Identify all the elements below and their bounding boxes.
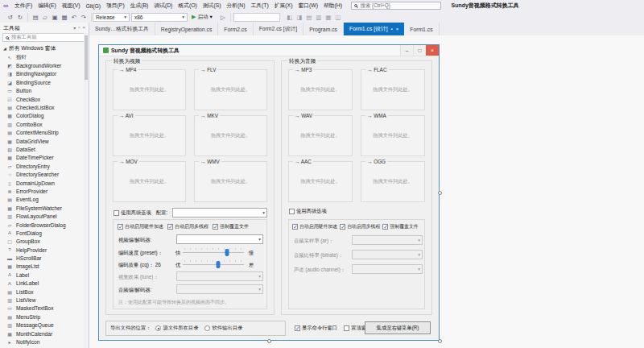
drop-zone[interactable]: → AAC 拖拽文件到此处。 [288,161,353,202]
menu-item[interactable]: 生成(B) [127,2,151,10]
menu-item[interactable]: 文件(F) [11,2,35,10]
toolbox-item[interactable]: ▤ ListBox [0,288,84,296]
save-all-icon[interactable]: ▦ [60,13,68,22]
toolbox-section-all-windows-forms[interactable]: ◢ 所有 Windows 窗体 [0,44,89,52]
menu-item[interactable]: 窗口(W) [295,2,321,10]
save-icon[interactable]: ▣ [51,13,59,22]
close-icon[interactable]: × [82,25,85,31]
document-tab[interactable]: Form1.cs [设计] ▪ × [344,23,404,35]
toolbox-item[interactable]: ▦ DateTimePicker [0,154,84,162]
toolbox-item[interactable]: A LinkLabel [0,280,84,288]
resize-handle-bottom-center[interactable] [267,339,271,343]
toolbox-item[interactable]: ▯ DomainUpDown [0,179,84,187]
slider-thumb[interactable] [225,249,229,256]
layout-grid-icon[interactable]: ◫ [334,13,342,22]
toolbox-item[interactable]: ▧ DataSet [0,145,84,153]
video-codec-combobox[interactable] [176,234,263,244]
menu-item[interactable]: 分析(N) [224,2,248,10]
menu-item[interactable]: 帮助(H) [320,2,345,10]
document-tab[interactable]: Form2.cs [设计] ▪ × [254,23,304,35]
use-advanced-options-checkbox[interactable]: 使用高级选项 [114,209,151,217]
config-combobox[interactable] [172,208,267,218]
audio-codec-combobox[interactable] [176,284,263,294]
export-location-radio[interactable]: 软件输出目录 [204,325,242,332]
close-icon[interactable]: × [396,27,399,31]
align-centers-icon[interactable]: ▥ [315,13,323,22]
document-tab[interactable]: Form1.cs ▪ × [404,23,439,35]
solution-platforms-dropdown[interactable]: x86 ▾ [131,13,188,22]
toolbox-item[interactable]: ▥ ListView [0,296,84,304]
drop-zone[interactable]: → MOV 拖拽文件到此处。 [113,161,186,202]
document-tab[interactable]: Sundy…格式转换工具 ▪ × [89,23,155,35]
toolbox-item[interactable]: A Label [0,271,84,279]
menu-item[interactable]: 项目(P) [104,2,128,10]
maximize-button[interactable]: □ [413,45,426,56]
solution-configurations-dropdown[interactable]: Release ▾ [93,13,130,22]
menu-item[interactable]: Git(G) [83,3,104,9]
toolbox-item[interactable]: ◨ BindingNavigator [0,70,84,78]
toolbox-item[interactable]: ○ DirectorySearcher [0,170,84,178]
preset-slider[interactable] [183,248,244,255]
menu-item[interactable]: 视图(V) [59,2,83,10]
toolbox-item[interactable]: ▤ EventLog [0,196,84,204]
menu-item[interactable]: 编辑(E) [35,2,60,10]
toolbox-item[interactable]: ▤ MenuStrip [0,313,84,321]
close-button[interactable]: × [426,45,439,56]
nav-forward-icon[interactable]: ↻ [16,13,24,22]
scrollbar-thumb[interactable] [85,35,88,80]
toolbox-item[interactable]: ▤ ContextMenuStrip [0,129,84,137]
toolbox-item[interactable]: ☑ CheckBox [0,95,84,103]
undo-icon[interactable]: ↶ [70,13,78,22]
resize-handle-right-middle[interactable] [438,191,442,195]
toolbox-item[interactable]: ◩ BackgroundWorker [0,61,84,69]
slider-thumb[interactable] [217,261,221,268]
menu-item[interactable]: 扩展(X) [271,2,295,10]
new-file-icon[interactable]: ▤ [31,13,39,22]
drop-zone[interactable]: → WMA 拖拽文件到此处。 [361,115,425,156]
toolbox-item[interactable]: ▱ FolderBrowserDialog [0,221,84,229]
toolbox-item[interactable]: ▩ ColorDialog [0,112,84,120]
cq-slider[interactable] [183,260,244,267]
menu-item[interactable]: 测试(S) [200,2,224,10]
toolbox-item[interactable]: ▥ MessageQueue [0,321,84,329]
drop-zone[interactable]: → WMV 拖拽文件到此处。 [194,161,267,202]
bottom-option-checkbox[interactable]: 显示命令行窗口 [295,325,337,332]
document-tab[interactable]: Form2.cs ▪ × [218,23,253,35]
menu-item[interactable]: 调试(D) [151,2,175,10]
toolbox-item[interactable]: ⊗ ErrorProvider [0,187,84,195]
toolbox-item[interactable]: ▦ MonthCalendar [0,329,84,338]
open-folder-icon[interactable]: ▱ [41,13,49,22]
form-designer-surface[interactable]: Sundy 音视频格式转换工具 – □ × 转换为视频 → MP4 [89,35,644,348]
resize-handle-bottom-right[interactable] [438,339,442,343]
toolbox-item[interactable]: ↖ 指针 [0,53,84,61]
minimize-button[interactable]: – [400,45,413,56]
toolbox-item[interactable]: ▦ FileSystemWatcher [0,204,84,212]
menu-item[interactable]: 工具(T) [248,2,271,10]
auto-option-checkbox[interactable]: 自动启用多线程 [167,223,208,230]
drop-zone[interactable]: → MP3 拖拽文件到此处。 [288,69,353,110]
export-location-radio[interactable]: 源文件所在目录 [155,325,198,332]
sample-rate-combobox[interactable] [352,235,423,245]
drop-zone[interactable]: → MKV 拖拽文件到此处。 [194,115,267,156]
use-advanced-options-checkbox[interactable]: 使用高级选项 [289,208,327,215]
auto-option-checkbox[interactable]: 自动启用硬件加速 [118,223,163,230]
auto-option-checkbox[interactable]: 强制覆盖文件 [213,223,249,230]
align-lefts-icon[interactable]: ▤ [305,13,313,22]
drop-zone[interactable]: → WAV 拖拽文件到此处。 [288,115,353,156]
auto-hide-pin-icon[interactable]: ▫ [78,25,80,31]
toolbox-search-input[interactable]: 搜索工具箱 [2,33,86,42]
drop-zone[interactable]: → OGG 拖拽文件到此处。 [361,161,425,202]
drop-zone[interactable]: → FLAC 拖拽文件到此处。 [361,69,425,110]
toolbox-item[interactable]: ▭ MaskedTextBox [0,304,84,313]
audio-channel-combobox[interactable] [352,264,423,274]
window-position-icon[interactable]: ▾ [73,25,76,31]
document-tab[interactable]: RegistryOperation.cs ▪ × [155,23,218,35]
send-feedback-icon[interactable]: ◨ [295,13,303,22]
toolbox-item[interactable]: ▱ DirectoryEntry [0,162,84,170]
nav-back-icon[interactable]: ↺ [6,13,14,22]
toolbox-item[interactable]: ▦ DataGridView [0,137,84,145]
menu-item[interactable]: 格式(O) [175,2,200,10]
toolbox-item[interactable]: ◪ BindingSource [0,78,84,86]
integrate-context-menu-button[interactable]: 集成至右键菜单(R) [365,321,431,334]
toolbar-combobox-empty[interactable] [233,13,280,22]
